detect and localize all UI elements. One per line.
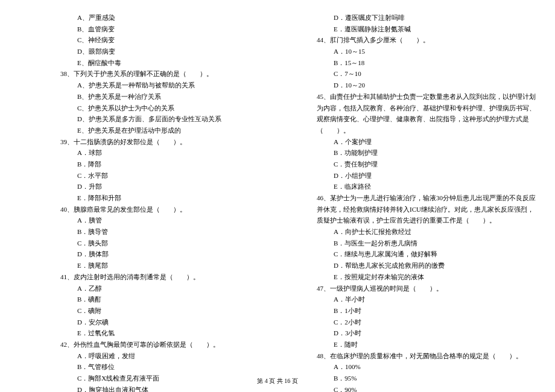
option-item: D．胰体部: [77, 248, 281, 260]
option-item: A．10～15: [334, 46, 537, 57]
option-item: C．2小时: [334, 317, 537, 328]
option-item: D、护患关系是多方面、多层面的专业性互动关系: [77, 113, 281, 125]
question-stem: 41、皮内注射时选用的消毒剂通常是（ ）。: [60, 271, 281, 283]
question-stem: 48、在临床护理的质量标准中，对无菌物品合格率的规定是（ ）。: [317, 350, 537, 362]
option-item: E．过氧化氢: [77, 327, 281, 339]
question-stem: 47、一级护理病人巡视的时间是（ ）。: [317, 283, 537, 294]
option-item: B．气管移位: [77, 361, 281, 373]
option-item: E．胰尾部: [77, 260, 281, 271]
option-item: A、严重感染: [77, 12, 281, 24]
left-content: A、严重感染 B、血管病变 C、神经病变 D、眼部病变 E、酮症酸中毒 38、下…: [60, 12, 281, 392]
option-item: D．10～20: [334, 80, 537, 91]
option-item: C．继续与患儿家属沟通，做好解释: [334, 248, 537, 260]
option-item: D、眼部病变: [77, 46, 281, 57]
option-item: B．1小时: [334, 305, 537, 317]
right-column: D．遵医嘱皮下注射吗啡 E．遵医嘱静脉注射氨茶碱 44、肛门排气插入多少厘米（ …: [299, 12, 555, 356]
option-item: B．碘酊: [77, 294, 281, 305]
option-item: D．安尔碘: [77, 317, 281, 328]
left-column: A、严重感染 B、血管病变 C、神经病变 D、眼部病变 E、酮症酸中毒 38、下…: [0, 12, 299, 356]
option-item: D．3小时: [334, 327, 537, 339]
option-item: A．半小时: [334, 294, 537, 305]
question-stem: 40、胰腺癌最常见的发生部位是（ ）。: [60, 204, 281, 215]
option-item: E．降部和升部: [77, 192, 281, 204]
option-item: D．帮助患儿家长完成抢救用药的缴费: [334, 260, 537, 271]
option-item: A．乙醇: [77, 283, 281, 294]
option-item: B、血管病变: [77, 24, 281, 35]
option-item: C、护患关系以护士为中心的关系: [77, 103, 281, 114]
page-footer: 第 4 页 共 16 页: [0, 376, 555, 386]
option-item: D．小组护理: [334, 170, 537, 182]
option-item: B、护患关系是一种治疗关系: [77, 91, 281, 103]
option-item: C．7～10: [334, 68, 537, 80]
option-item: A．呼吸困难，发绀: [77, 350, 281, 362]
option-item: A、护患关系是一种帮助与被帮助的关系: [77, 80, 281, 91]
question-stem: 46、某护士为一患儿进行输液治疗，输液30分钟后患儿出现严重的不良反应并休克，经…: [317, 192, 537, 226]
option-item: B．功能制护理: [334, 147, 537, 159]
question-stem: 39、十二指肠溃疡的好发部位是（ ）。: [60, 136, 281, 148]
option-item: D．升部: [77, 181, 281, 192]
option-item: A．100%: [334, 361, 537, 373]
exam-page: A、严重感染 B、血管病变 C、神经病变 D、眼部病变 E、酮症酸中毒 38、下…: [0, 0, 555, 368]
option-item: A．胰管: [77, 215, 281, 226]
right-content: D．遵医嘱皮下注射吗啡 E．遵医嘱静脉注射氨茶碱 44、肛门排气插入多少厘米（ …: [317, 12, 537, 392]
question-stem: 42、外伤性血气胸最简便可靠的诊断依据是（ ）。: [60, 339, 281, 350]
option-item: E、护患关系是在护理活动中形成的: [77, 125, 281, 136]
option-item: E．遵医嘱静脉注射氨茶碱: [334, 24, 537, 35]
option-item: E．临床路径: [334, 181, 537, 192]
question-stem: 44、肛门排气插入多少厘米（ ）。: [317, 34, 537, 46]
option-item: A．向护士长汇报抢救经过: [334, 226, 537, 238]
option-item: A．个案护理: [334, 136, 537, 148]
option-item: C．碘附: [77, 305, 281, 317]
option-item: C、神经病变: [77, 34, 281, 46]
option-item: C．责任制护理: [334, 159, 537, 170]
question-stem: 45、由责任护士和其辅助护士负责一定数量患者从入院到出院，以护理计划为内容，包括…: [317, 91, 537, 136]
option-item: B．15～18: [334, 57, 537, 69]
option-item: E．按照规定封存未输完的液体: [334, 271, 537, 283]
option-item: E、酮症酸中毒: [77, 57, 281, 69]
option-item: C．水平部: [77, 170, 281, 182]
option-item: D．遵医嘱皮下注射吗啡: [334, 12, 537, 24]
option-item: B．降部: [77, 159, 281, 170]
option-item: B．胰导管: [77, 226, 281, 238]
option-item: E．随时: [334, 339, 537, 350]
question-stem: 38、下列关于护患关系的理解不正确的是（ ）。: [60, 68, 281, 80]
option-item: C．胰头部: [77, 238, 281, 249]
option-item: A．球部: [77, 147, 281, 159]
option-item: B．与医生一起分析患儿病情: [334, 238, 537, 249]
